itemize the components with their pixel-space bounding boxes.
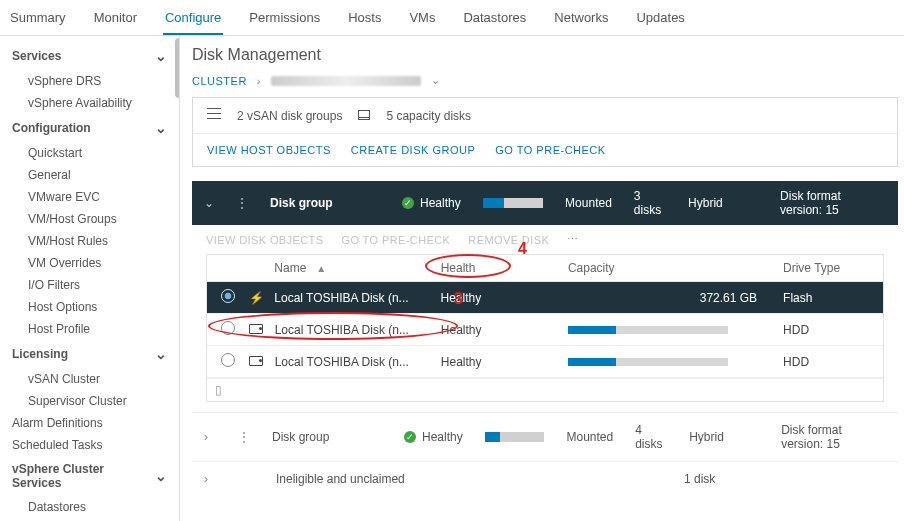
view-disk-objects-button[interactable]: VIEW DISK OBJECTS: [206, 234, 323, 246]
disk-group-label: Disk group: [272, 430, 382, 444]
health-status: ✓Healthy: [402, 196, 461, 210]
go-to-precheck-button[interactable]: GO TO PRE-CHECK: [341, 234, 450, 246]
disk-capacity: 372.61 GB: [562, 291, 777, 305]
table-row[interactable]: Local TOSHIBA Disk (n... Healthy 372.61 …: [207, 282, 883, 314]
capacity-disks-icon: [358, 109, 370, 123]
sidebar-section-label: Configuration: [12, 121, 91, 135]
sidebar-section-cluster-services[interactable]: vSphere Cluster Services ⌄: [0, 456, 179, 496]
tab-summary[interactable]: Summary: [8, 6, 68, 35]
disk-groups-count: 2 vSAN disk groups: [237, 109, 342, 123]
view-host-objects-button[interactable]: VIEW HOST OBJECTS: [207, 144, 331, 156]
col-health[interactable]: Health: [435, 261, 562, 275]
disk-count: 1 disk: [684, 472, 715, 486]
tab-vms[interactable]: VMs: [407, 6, 437, 35]
disk-count: 4 disks: [635, 423, 667, 451]
disk-type: HDD: [777, 355, 875, 369]
summary-panel: 2 vSAN disk groups 5 capacity disks VIEW…: [192, 97, 898, 167]
chevron-right-icon[interactable]: ›: [204, 430, 216, 444]
go-to-precheck-button[interactable]: GO TO PRE-CHECK: [495, 144, 605, 156]
disk-type: Flash: [777, 291, 875, 305]
table-footer: ▯: [207, 378, 883, 401]
sidebar-item-scheduled-tasks[interactable]: Scheduled Tasks: [0, 434, 179, 456]
sidebar-item-supervisor-cluster[interactable]: Supervisor Cluster: [0, 390, 179, 412]
sidebar-section-label: Licensing: [12, 347, 68, 361]
tab-datastores[interactable]: Datastores: [461, 6, 528, 35]
content: Disk Management CLUSTER › ⌄ 2 vSAN disk …: [180, 36, 904, 521]
sidebar-item-alarm-definitions[interactable]: Alarm Definitions: [0, 412, 179, 434]
sidebar-item-vsan-cluster[interactable]: vSAN Cluster: [0, 368, 179, 390]
breadcrumb-value-redacted: [271, 76, 421, 86]
radio-input[interactable]: [221, 289, 235, 303]
sort-asc-icon: ▲: [316, 263, 326, 274]
capacity-disks-count: 5 capacity disks: [386, 109, 471, 123]
tab-monitor[interactable]: Monitor: [92, 6, 139, 35]
disk-group-label: Disk group: [270, 196, 380, 210]
disk-groups-icon: [207, 108, 221, 123]
ineligible-row[interactable]: › Ineligible and unclaimed 1 disk: [192, 461, 898, 496]
flash-icon: [243, 291, 269, 305]
sidebar-item-io-filters[interactable]: I/O Filters: [0, 274, 179, 296]
radio-input[interactable]: [221, 353, 235, 367]
sidebar-item-vsphere-availability[interactable]: vSphere Availability: [0, 92, 179, 114]
tab-permissions[interactable]: Permissions: [247, 6, 322, 35]
tab-hosts[interactable]: Hosts: [346, 6, 383, 35]
mount-bar: [485, 432, 545, 442]
disk-health: Healthy: [435, 291, 562, 305]
tab-updates[interactable]: Updates: [634, 6, 686, 35]
more-actions-icon[interactable]: ⋮: [238, 430, 250, 444]
sidebar-section-label: vSphere Cluster Services: [12, 462, 155, 490]
sidebar-section-configuration[interactable]: Configuration ⌄: [0, 114, 179, 142]
sidebar-item-vsphere-drs[interactable]: vSphere DRS: [0, 70, 179, 92]
col-drive-type[interactable]: Drive Type: [777, 261, 875, 275]
col-capacity[interactable]: Capacity: [562, 261, 777, 275]
chevron-down-icon: ⌄: [431, 74, 441, 87]
sidebar-item-host-options[interactable]: Host Options: [0, 296, 179, 318]
disk-capacity: [562, 355, 777, 369]
chevron-down-icon: ⌄: [155, 120, 167, 136]
breadcrumb[interactable]: CLUSTER › ⌄: [192, 74, 904, 87]
disk-name: Local TOSHIBA Disk (n...: [268, 291, 434, 305]
sidebar-item-vmware-evc[interactable]: VMware EVC: [0, 186, 179, 208]
disk-icon: [243, 323, 269, 337]
disk-count: 3 disks: [634, 189, 666, 217]
sidebar-item-general[interactable]: General: [0, 164, 179, 186]
more-actions-icon[interactable]: ⋯: [567, 233, 578, 246]
tab-networks[interactable]: Networks: [552, 6, 610, 35]
remove-disk-button[interactable]: REMOVE DISK: [468, 234, 549, 246]
radio-input[interactable]: [221, 321, 235, 335]
page-title: Disk Management: [192, 46, 904, 64]
sidebar-section-services[interactable]: Services ⌄: [0, 42, 179, 70]
check-icon: ✓: [402, 197, 414, 209]
chevron-down-icon[interactable]: ⌄: [204, 196, 214, 210]
table-row[interactable]: Local TOSHIBA Disk (n... Healthy HDD: [207, 346, 883, 378]
chevron-down-icon: ⌄: [155, 468, 167, 484]
sidebar-item-vmhost-rules[interactable]: VM/Host Rules: [0, 230, 179, 252]
health-status: ✓Healthy: [404, 430, 463, 444]
table-row[interactable]: Local TOSHIBA Disk (n... Healthy HDD: [207, 314, 883, 346]
col-name[interactable]: Name▲: [268, 261, 434, 275]
mount-state: Mounted: [565, 196, 612, 210]
sidebar: Services ⌄ vSphere DRS vSphere Availabil…: [0, 36, 180, 521]
table-header: Name▲ Health Capacity Drive Type: [207, 255, 883, 282]
tab-configure[interactable]: Configure: [163, 6, 223, 35]
sidebar-item-vm-overrides[interactable]: VM Overrides: [0, 252, 179, 274]
disk-name: Local TOSHIBA Disk (n...: [269, 355, 435, 369]
more-actions-icon[interactable]: ⋮: [236, 196, 248, 210]
format-version: Disk format version: 15: [780, 189, 886, 217]
mount-bar: [483, 198, 543, 208]
sidebar-item-cs-datastores[interactable]: Datastores: [0, 496, 179, 518]
mount-state: Mounted: [566, 430, 613, 444]
disk-icon: [243, 355, 269, 369]
sidebar-item-vmhost-groups[interactable]: VM/Host Groups: [0, 208, 179, 230]
top-tabs: Summary Monitor Configure Permissions Ho…: [0, 0, 904, 36]
chevron-right-icon[interactable]: ›: [204, 472, 218, 486]
disk-group-collapsed[interactable]: › ⋮ Disk group ✓Healthy Mounted 4 disks …: [192, 412, 898, 461]
chevron-down-icon: ⌄: [155, 48, 167, 64]
sidebar-section-licensing[interactable]: Licensing ⌄: [0, 340, 179, 368]
create-disk-group-button[interactable]: CREATE DISK GROUP: [351, 144, 475, 156]
check-icon: ✓: [404, 431, 416, 443]
sidebar-item-host-profile[interactable]: Host Profile: [0, 318, 179, 340]
sidebar-item-quickstart[interactable]: Quickstart: [0, 142, 179, 164]
format-version: Disk format version: 15: [781, 423, 886, 451]
chevron-right-icon: ›: [257, 75, 261, 87]
